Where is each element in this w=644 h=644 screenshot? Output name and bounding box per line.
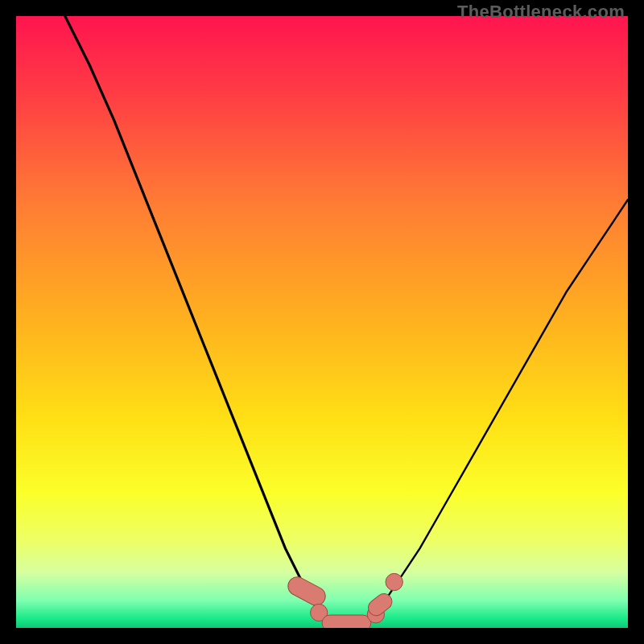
marker-group	[285, 573, 402, 628]
series-group	[65, 16, 628, 628]
marker-pill-2	[322, 615, 371, 628]
marker-dot-5	[386, 573, 402, 590]
chart-frame: TheBottleneck.com	[0, 0, 644, 644]
curve-right-branch	[359, 200, 628, 628]
marker-pill-0	[285, 574, 328, 609]
curve-left-branch	[65, 16, 334, 628]
chart-svg	[16, 16, 628, 628]
plot-area	[16, 16, 628, 628]
watermark-text: TheBottleneck.com	[457, 2, 625, 23]
